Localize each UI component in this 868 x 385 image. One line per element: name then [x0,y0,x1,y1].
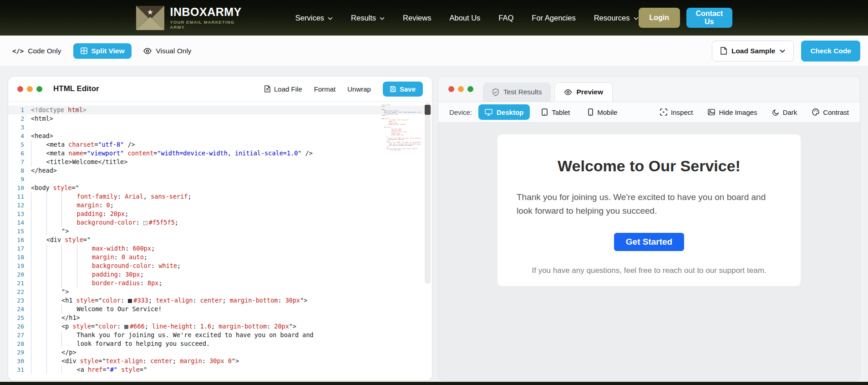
code-only-label: Code Only [28,47,61,55]
rendered-email-card: Welcome to Our Service! Thank you for jo… [497,134,801,286]
indent-guide [61,365,77,374]
save-label: Save [400,85,416,93]
login-button[interactable]: Login [639,8,680,28]
indent-guide [46,218,62,227]
indent-guide [61,201,77,210]
indent-guide [46,270,62,279]
close-dot-icon [17,86,23,92]
nav-item-label: About Us [449,14,480,22]
tab-test-results[interactable]: Test Results [483,82,551,102]
brand-logo[interactable]: ★ INBOXARMY YOUR EMAIL MARKETING ARMY [136,6,242,30]
device-desktop-button[interactable]: Desktop [478,104,530,120]
line-number: 27 [8,331,31,339]
code-only-button[interactable]: </> Code Only [12,47,61,55]
grid-icon [81,47,87,54]
preview-heading: Welcome to Our Service! [517,134,782,175]
editor-scrollbar-thumb[interactable] [425,105,431,115]
editor-scrollbar[interactable] [425,103,431,284]
editor-header: HTML Editor Load File Format Unwrap Save [8,77,432,102]
visual-only-label: Visual Only [156,47,191,55]
code-line: 7 <title>Welcome</title> [8,158,432,166]
indent-guide [31,218,46,227]
device-tablet-button[interactable]: Tablet [535,104,576,120]
nav-item-resources[interactable]: Resources [594,14,639,22]
code-line: 29 </p> [8,348,432,357]
hide-images-button[interactable]: Hide Images [708,108,757,116]
code-line: 1<!doctype html> [8,106,432,114]
line-number: 17 [8,244,31,253]
nav-item-for-agencies[interactable]: For Agencies [532,14,575,22]
device-mobile-button[interactable]: Mobile [582,104,624,120]
indent-guide [77,262,92,270]
line-number: 26 [8,322,31,331]
code-line: 13 padding: 20px; [8,210,432,218]
nav-item-label: Reviews [403,14,431,22]
nav-item-faq[interactable]: FAQ [498,14,513,22]
preview-tabs: Test ResultsPreview [483,82,616,102]
indent-guide [46,313,62,322]
indent-guide [46,322,62,331]
line-number: 15 [8,227,31,236]
indent-guide [77,270,92,279]
visual-only-button[interactable]: Visual Only [143,47,191,55]
dark-button[interactable]: Dark [772,108,797,116]
brand-name: INBOXARMY [170,6,242,18]
indent-guide [31,158,46,166]
nav-item-reviews[interactable]: Reviews [403,14,431,22]
line-number: 16 [8,236,31,244]
indent-guide [31,227,46,236]
minimize-dot-icon [27,86,33,92]
nav-item-services[interactable]: Services [295,14,333,22]
inspect-button[interactable]: Inspect [660,108,693,116]
code-line: 3 [8,123,432,132]
code-line: 22 "> [8,287,432,296]
tool-label: Dark [783,108,797,116]
line-number: 31 [8,365,31,374]
indent-guide [77,279,92,287]
code-line: 12 margin: 0; [8,201,432,210]
nav-item-results[interactable]: Results [351,14,385,22]
code-editor-area[interactable]: 1<!doctype html>2<html>34<head>5 <meta c… [8,102,432,381]
nav-item-about-us[interactable]: About Us [449,14,480,22]
code-line: 6 <meta name="viewport" content="width=d… [8,149,432,158]
format-button[interactable]: Format [314,85,336,93]
tab-preview[interactable]: Preview [554,82,613,102]
check-code-button[interactable]: Check Code [801,41,860,62]
contact-us-button[interactable]: Contact Us [686,8,732,28]
line-number: 4 [8,132,31,140]
line-number: 23 [8,296,31,305]
indent-guide [46,279,62,287]
nav-item-label: For Agencies [532,14,575,22]
code-line: 2<html> [8,114,432,123]
line-number: 8 [8,166,31,175]
minimize-dot-icon [458,86,464,92]
chevron-down-icon [634,16,639,20]
mobile-icon [588,108,593,116]
line-number: 7 [8,158,31,166]
editor-title: HTML Editor [53,84,99,93]
view-toolbar: </> Code Only Split View Visual Only [0,36,868,67]
indent-guide [31,149,46,158]
svg-text:★: ★ [147,8,153,16]
indent-guide [31,140,46,149]
split-view-button[interactable]: Split View [73,43,132,59]
load-file-button[interactable]: Load File [264,85,302,93]
code-line: 11 font-family: Arial, sans-serif; [8,192,432,201]
indent-guide [46,244,62,253]
indent-guide [46,227,62,236]
unwrap-button[interactable]: Unwrap [347,85,371,93]
load-sample-button[interactable]: Load Sample [712,41,794,62]
contrast-button[interactable]: Contrast [812,108,849,116]
envelope-logo-icon: ★ [136,6,164,30]
line-number: 5 [8,140,31,149]
indent-guide [31,253,46,262]
save-button[interactable]: Save [383,82,423,97]
line-number: 19 [8,262,31,270]
line-number: 12 [8,201,31,210]
code-line: 28 look forward to helping you succeed. [8,339,432,348]
indent-guide [46,210,62,218]
get-started-button[interactable]: Get Started [614,233,684,251]
editor-minimap[interactable]: <!doctype html><html><head> <meta charse… [381,104,421,152]
indent-guide [61,262,77,270]
line-number: 18 [8,253,31,262]
